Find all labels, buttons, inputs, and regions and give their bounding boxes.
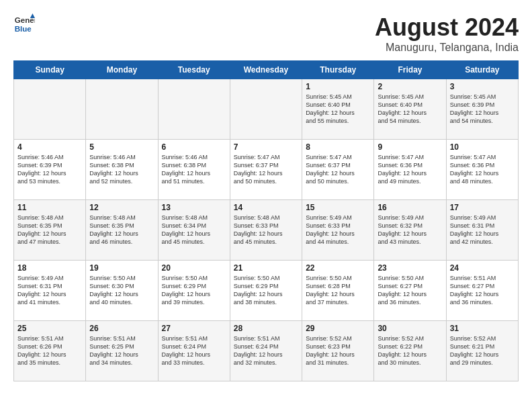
day-content: Sunrise: 5:47 AM Sunset: 6:36 PM Dayligh… — [450, 153, 515, 186]
day-content: Sunrise: 5:50 AM Sunset: 6:29 PM Dayligh… — [234, 274, 298, 307]
day-number: 6 — [162, 142, 226, 152]
day-number: 25 — [17, 324, 82, 333]
calendar-day-cell: 11Sunrise: 5:48 AM Sunset: 6:35 PM Dayli… — [14, 200, 86, 261]
day-content: Sunrise: 5:49 AM Sunset: 6:33 PM Dayligh… — [306, 214, 370, 246]
day-number: 5 — [89, 142, 154, 152]
day-number: 4 — [17, 142, 82, 152]
calendar-day-cell: 26Sunrise: 5:51 AM Sunset: 6:25 PM Dayli… — [86, 321, 158, 381]
calendar-day-cell: 7Sunrise: 5:47 AM Sunset: 6:37 PM Daylig… — [230, 140, 302, 200]
calendar-day-cell: 23Sunrise: 5:50 AM Sunset: 6:27 PM Dayli… — [374, 261, 446, 321]
day-number: 7 — [234, 142, 298, 152]
day-number: 30 — [378, 324, 442, 333]
day-number: 10 — [450, 142, 515, 152]
day-number: 15 — [306, 203, 370, 212]
calendar-day-cell: 16Sunrise: 5:49 AM Sunset: 6:32 PM Dayli… — [374, 200, 446, 261]
weekday-header-wednesday: Wednesday — [230, 61, 302, 79]
day-content: Sunrise: 5:51 AM Sunset: 6:24 PM Dayligh… — [162, 334, 226, 367]
day-number: 21 — [234, 263, 298, 273]
calendar-week-row: 11Sunrise: 5:48 AM Sunset: 6:35 PM Dayli… — [14, 200, 519, 261]
calendar-day-cell: 31Sunrise: 5:52 AM Sunset: 6:21 PM Dayli… — [446, 321, 518, 381]
day-content: Sunrise: 5:51 AM Sunset: 6:25 PM Dayligh… — [89, 334, 154, 367]
day-number: 28 — [234, 324, 298, 333]
day-content: Sunrise: 5:49 AM Sunset: 6:31 PM Dayligh… — [450, 214, 515, 246]
day-content: Sunrise: 5:50 AM Sunset: 6:28 PM Dayligh… — [306, 274, 370, 307]
calendar-empty-cell — [158, 79, 230, 140]
weekday-header-tuesday: Tuesday — [158, 61, 230, 79]
calendar-week-row: 25Sunrise: 5:51 AM Sunset: 6:26 PM Dayli… — [14, 321, 519, 381]
calendar-day-cell: 14Sunrise: 5:48 AM Sunset: 6:33 PM Dayli… — [230, 200, 302, 261]
day-number: 8 — [306, 142, 370, 152]
day-number: 23 — [378, 263, 442, 273]
day-content: Sunrise: 5:45 AM Sunset: 6:40 PM Dayligh… — [378, 93, 442, 126]
weekday-header-sunday: Sunday — [14, 61, 86, 79]
calendar-day-cell: 13Sunrise: 5:48 AM Sunset: 6:34 PM Dayli… — [158, 200, 230, 261]
header: General Blue August 2024 Manuguru, Telan… — [13, 13, 519, 54]
calendar-day-cell: 30Sunrise: 5:52 AM Sunset: 6:22 PM Dayli… — [374, 321, 446, 381]
day-number: 24 — [450, 263, 515, 273]
weekday-header-thursday: Thursday — [302, 61, 374, 79]
logo: General Blue — [13, 13, 35, 35]
calendar-subtitle: Manuguru, Telangana, India — [375, 42, 519, 54]
day-number: 13 — [162, 203, 226, 212]
day-content: Sunrise: 5:51 AM Sunset: 6:27 PM Dayligh… — [450, 274, 515, 307]
weekday-header-row: SundayMondayTuesdayWednesdayThursdayFrid… — [14, 61, 519, 79]
calendar-day-cell: 22Sunrise: 5:50 AM Sunset: 6:28 PM Dayli… — [302, 261, 374, 321]
calendar-day-cell: 17Sunrise: 5:49 AM Sunset: 6:31 PM Dayli… — [446, 200, 518, 261]
calendar-day-cell: 12Sunrise: 5:48 AM Sunset: 6:35 PM Dayli… — [86, 200, 158, 261]
day-content: Sunrise: 5:45 AM Sunset: 6:40 PM Dayligh… — [306, 93, 370, 126]
calendar-day-cell: 8Sunrise: 5:47 AM Sunset: 6:37 PM Daylig… — [302, 140, 374, 200]
calendar-week-row: 18Sunrise: 5:49 AM Sunset: 6:31 PM Dayli… — [14, 261, 519, 321]
day-content: Sunrise: 5:46 AM Sunset: 6:38 PM Dayligh… — [162, 153, 226, 186]
day-content: Sunrise: 5:46 AM Sunset: 6:39 PM Dayligh… — [17, 153, 82, 186]
day-content: Sunrise: 5:50 AM Sunset: 6:30 PM Dayligh… — [89, 274, 154, 307]
day-content: Sunrise: 5:45 AM Sunset: 6:39 PM Dayligh… — [450, 93, 515, 126]
calendar-day-cell: 21Sunrise: 5:50 AM Sunset: 6:29 PM Dayli… — [230, 261, 302, 321]
day-content: Sunrise: 5:48 AM Sunset: 6:33 PM Dayligh… — [234, 214, 298, 246]
calendar-day-cell: 19Sunrise: 5:50 AM Sunset: 6:30 PM Dayli… — [86, 261, 158, 321]
day-number: 12 — [89, 203, 154, 212]
day-content: Sunrise: 5:50 AM Sunset: 6:27 PM Dayligh… — [378, 274, 442, 307]
day-number: 18 — [17, 263, 82, 273]
calendar-day-cell: 25Sunrise: 5:51 AM Sunset: 6:26 PM Dayli… — [14, 321, 86, 381]
day-number: 14 — [234, 203, 298, 212]
day-content: Sunrise: 5:47 AM Sunset: 6:37 PM Dayligh… — [306, 153, 370, 186]
svg-text:Blue: Blue — [15, 25, 32, 33]
day-content: Sunrise: 5:49 AM Sunset: 6:32 PM Dayligh… — [378, 214, 442, 246]
calendar-day-cell: 1Sunrise: 5:45 AM Sunset: 6:40 PM Daylig… — [302, 79, 374, 140]
calendar-day-cell: 10Sunrise: 5:47 AM Sunset: 6:36 PM Dayli… — [446, 140, 518, 200]
calendar-day-cell: 24Sunrise: 5:51 AM Sunset: 6:27 PM Dayli… — [446, 261, 518, 321]
day-content: Sunrise: 5:50 AM Sunset: 6:29 PM Dayligh… — [162, 274, 226, 307]
calendar-day-cell: 3Sunrise: 5:45 AM Sunset: 6:39 PM Daylig… — [446, 79, 518, 140]
day-content: Sunrise: 5:46 AM Sunset: 6:38 PM Dayligh… — [89, 153, 154, 186]
calendar-day-cell: 9Sunrise: 5:47 AM Sunset: 6:36 PM Daylig… — [374, 140, 446, 200]
day-number: 26 — [89, 324, 154, 333]
day-number: 19 — [89, 263, 154, 273]
calendar-day-cell: 29Sunrise: 5:52 AM Sunset: 6:23 PM Dayli… — [302, 321, 374, 381]
day-number: 22 — [306, 263, 370, 273]
calendar-week-row: 1Sunrise: 5:45 AM Sunset: 6:40 PM Daylig… — [14, 79, 519, 140]
title-area: August 2024 Manuguru, Telangana, India — [375, 13, 519, 54]
day-content: Sunrise: 5:51 AM Sunset: 6:26 PM Dayligh… — [17, 334, 82, 367]
day-content: Sunrise: 5:48 AM Sunset: 6:35 PM Dayligh… — [17, 214, 82, 246]
day-number: 9 — [378, 142, 442, 152]
day-number: 29 — [306, 324, 370, 333]
day-content: Sunrise: 5:52 AM Sunset: 6:22 PM Dayligh… — [378, 334, 442, 367]
day-number: 31 — [450, 324, 515, 333]
day-number: 2 — [378, 82, 442, 91]
calendar-day-cell: 6Sunrise: 5:46 AM Sunset: 6:38 PM Daylig… — [158, 140, 230, 200]
day-number: 17 — [450, 203, 515, 212]
day-content: Sunrise: 5:49 AM Sunset: 6:31 PM Dayligh… — [17, 274, 82, 307]
calendar-day-cell: 4Sunrise: 5:46 AM Sunset: 6:39 PM Daylig… — [14, 140, 86, 200]
weekday-header-friday: Friday — [374, 61, 446, 79]
day-content: Sunrise: 5:47 AM Sunset: 6:37 PM Dayligh… — [234, 153, 298, 186]
calendar-day-cell: 18Sunrise: 5:49 AM Sunset: 6:31 PM Dayli… — [14, 261, 86, 321]
day-content: Sunrise: 5:52 AM Sunset: 6:21 PM Dayligh… — [450, 334, 515, 367]
day-content: Sunrise: 5:52 AM Sunset: 6:23 PM Dayligh… — [306, 334, 370, 367]
day-content: Sunrise: 5:51 AM Sunset: 6:24 PM Dayligh… — [234, 334, 298, 367]
calendar-empty-cell — [14, 79, 86, 140]
calendar-empty-cell — [230, 79, 302, 140]
weekday-header-monday: Monday — [86, 61, 158, 79]
logo-icon: General Blue — [13, 13, 35, 35]
day-number: 20 — [162, 263, 226, 273]
day-number: 1 — [306, 82, 370, 91]
